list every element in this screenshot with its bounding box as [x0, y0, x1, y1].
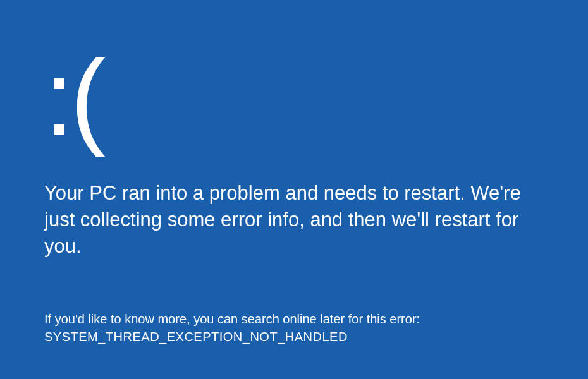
error-code: SYSTEM_THREAD_EXCEPTION_NOT_HANDLED	[44, 328, 544, 346]
main-error-message: Your PC ran into a problem and needs to …	[44, 180, 544, 260]
sad-face-emoticon: :(	[44, 44, 544, 152]
search-hint-text: If you'd like to know more, you can sear…	[44, 310, 544, 328]
